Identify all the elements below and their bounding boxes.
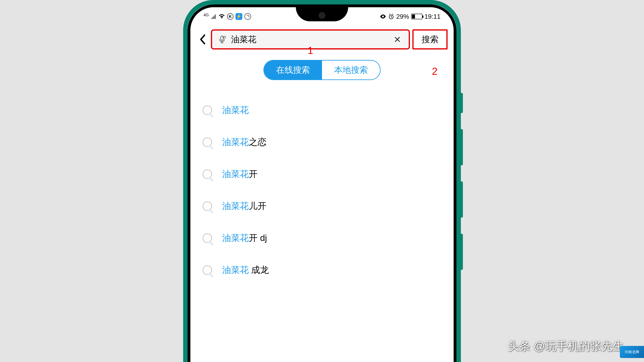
signal-4g-label: 4G xyxy=(204,13,209,17)
suggestion-item[interactable]: 油菜花儿开 xyxy=(202,190,442,222)
svg-point-2 xyxy=(224,36,226,38)
alarm-icon xyxy=(388,13,394,19)
back-button[interactable] xyxy=(196,33,208,45)
phone-side-button xyxy=(460,129,463,165)
annotation-1: 1 xyxy=(308,45,313,56)
status-time: 19:11 xyxy=(424,13,440,20)
search-icon xyxy=(202,105,212,115)
search-button[interactable]: 搜索 xyxy=(412,29,448,49)
k-circle-icon: K xyxy=(227,13,234,20)
suggestion-item[interactable]: 油菜花 xyxy=(202,94,442,126)
search-icon xyxy=(202,201,212,211)
search-icon xyxy=(202,233,212,243)
blue-badge-icon: ⚡ xyxy=(236,13,242,20)
suggestion-item[interactable]: 油菜花之恋 xyxy=(202,126,442,158)
svg-rect-1 xyxy=(221,36,223,40)
screen: 4G K ⚡ 29% 19:11 xyxy=(190,7,454,362)
mic-icon[interactable] xyxy=(218,35,226,44)
phone-frame: 4G K ⚡ 29% 19:11 xyxy=(183,0,461,362)
phone-side-button xyxy=(460,93,463,113)
swirl-icon xyxy=(244,13,251,20)
battery-percent: 29% xyxy=(396,13,409,20)
search-icon xyxy=(202,137,212,147)
suggestions-list: 油菜花 油菜花之恋 油菜花开 油菜花儿开 油菜花开 dj 油菜花 成龙 xyxy=(190,94,454,286)
notch xyxy=(296,7,348,21)
watermark-text: 头条 @玩手机的张先生 xyxy=(508,339,624,354)
search-icon xyxy=(202,265,212,275)
tab-online-search[interactable]: 在线搜索 xyxy=(264,60,322,79)
clear-icon[interactable]: ✕ xyxy=(392,34,403,45)
suggestion-item[interactable]: 油菜花 成龙 xyxy=(202,254,442,286)
tab-local-search[interactable]: 本地搜索 xyxy=(322,60,380,79)
phone-side-button xyxy=(460,234,463,270)
search-header: 油菜花 1 ✕ 搜索 xyxy=(190,23,454,55)
search-icon xyxy=(202,169,212,179)
signal-icon xyxy=(211,14,216,19)
battery-icon xyxy=(411,14,422,19)
suggestion-item[interactable]: 油菜花开 xyxy=(202,158,442,190)
search-toggle: 在线搜索 本地搜索 xyxy=(190,60,454,80)
phone-side-button xyxy=(460,181,463,218)
search-input[interactable]: 油菜花 1 ✕ xyxy=(211,29,410,49)
suggestion-item[interactable]: 油菜花开 dj xyxy=(202,222,442,254)
eye-icon xyxy=(380,14,386,18)
wifi-icon xyxy=(218,14,225,19)
watermark-badge: 河南龙网 xyxy=(620,346,644,358)
search-query-text: 油菜花 xyxy=(231,34,392,45)
